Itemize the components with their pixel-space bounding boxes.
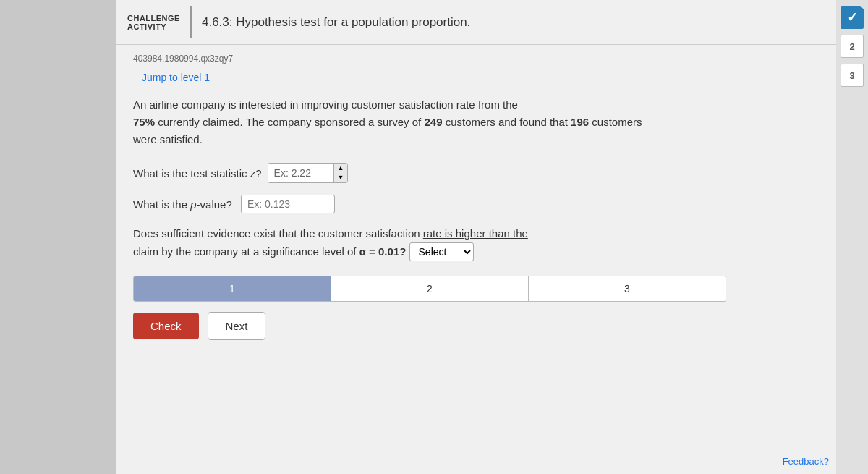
progress-bar: 1 2 3 xyxy=(133,276,726,302)
header: CHALLENGE ACTIVITY 4.6.3: Hypothesis tes… xyxy=(116,0,836,45)
question2-row: What is the p-value? xyxy=(133,195,819,213)
content-area: 403984.1980994.qx3zqy7 Jump to level 1 A… xyxy=(116,45,836,474)
question1-label: What is the test statistic z? xyxy=(133,167,262,179)
check-icon: ✓ xyxy=(847,9,858,25)
jump-to-level-link[interactable]: Jump to level 1 xyxy=(142,72,210,83)
question2-label: What is the p-value? xyxy=(133,198,235,211)
challenge-label: CHALLENGE ACTIVITY xyxy=(127,6,192,38)
problem-text-2: currently claimed. The company sponsored… xyxy=(158,116,421,128)
underlined-text: rate is higher than the xyxy=(423,227,528,240)
left-sidebar xyxy=(0,0,116,474)
progress-segment-2: 2 xyxy=(331,276,528,301)
alpha-value: α = 0.01? xyxy=(359,245,407,258)
progress-section: 1 2 3 xyxy=(133,276,726,302)
bold-249: 249 xyxy=(424,116,442,128)
feedback-button[interactable]: Feedback? xyxy=(783,456,829,467)
evidence-select[interactable]: Select Yes No xyxy=(409,242,474,261)
progress-segment-1: 1 xyxy=(134,276,331,301)
challenge-line2: ACTIVITY xyxy=(127,22,180,31)
p-value-input[interactable] xyxy=(241,195,335,213)
spinner-up-button[interactable]: ▲ xyxy=(334,164,348,173)
spinner-arrows: ▲ ▼ xyxy=(333,164,348,182)
challenge-line1: CHALLENGE xyxy=(127,14,180,22)
significance-row: Does sufficient evidence exist that the … xyxy=(133,225,654,261)
badge-2-label: 2 xyxy=(849,41,854,52)
right-sidebar: ✓ 2 3 xyxy=(836,0,868,474)
level-badge-2[interactable]: 2 xyxy=(841,35,864,58)
header-title: 4.6.3: Hypothesis test for a population … xyxy=(202,6,470,38)
z-statistic-input-wrapper: ▲ ▼ xyxy=(268,163,349,183)
activity-id: 403984.1980994.qx3zqy7 xyxy=(133,54,819,64)
level-badge-3[interactable]: 3 xyxy=(841,64,864,87)
badge-3-label: 3 xyxy=(849,70,854,81)
spinner-down-button[interactable]: ▼ xyxy=(334,173,348,182)
problem-text-1: An airline company is interested in impr… xyxy=(133,98,518,111)
level-badge-1[interactable]: ✓ xyxy=(841,6,864,29)
question1-row: What is the test statistic z? ▲ ▼ xyxy=(133,163,819,183)
main-container: CHALLENGE ACTIVITY 4.6.3: Hypothesis tes… xyxy=(116,0,836,474)
problem-text-3: customers and found that xyxy=(446,116,568,128)
z-statistic-input[interactable] xyxy=(268,164,333,182)
next-button[interactable]: Next xyxy=(208,312,266,340)
check-button[interactable]: Check xyxy=(133,313,199,339)
buttons-row: Check Next xyxy=(133,312,819,340)
bold-196: 196 xyxy=(571,116,589,128)
progress-segment-3: 3 xyxy=(528,276,726,301)
problem-text: An airline company is interested in impr… xyxy=(133,96,654,148)
bold-75: 75% xyxy=(133,116,155,128)
